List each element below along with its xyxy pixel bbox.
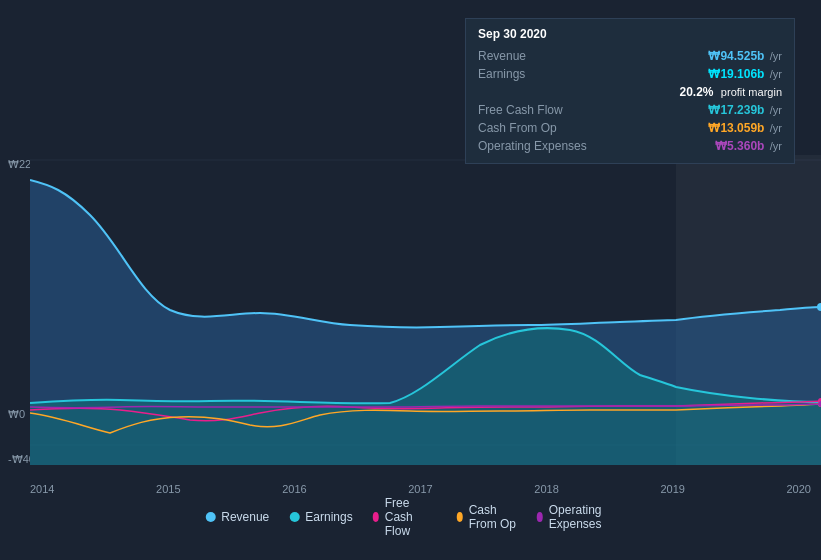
earnings-value: ₩19.106b /yr bbox=[708, 67, 782, 81]
x-label-2020: 2020 bbox=[786, 483, 810, 495]
info-tooltip: Sep 30 2020 Revenue ₩94.525b /yr Earning… bbox=[465, 18, 795, 164]
legend-revenue: Revenue bbox=[205, 510, 269, 524]
earnings-row: Earnings ₩19.106b /yr bbox=[478, 65, 782, 83]
legend-earnings: Earnings bbox=[289, 510, 352, 524]
legend-label-fcf: Free Cash Flow bbox=[385, 496, 437, 538]
revenue-label: Revenue bbox=[478, 49, 598, 63]
chart-legend: Revenue Earnings Free Cash Flow Cash Fro… bbox=[205, 496, 616, 538]
legend-dot-revenue bbox=[205, 512, 215, 522]
x-label-2014: 2014 bbox=[30, 483, 54, 495]
profit-margin-row: 20.2% profit margin bbox=[478, 83, 782, 101]
fcf-value: ₩17.239b /yr bbox=[708, 103, 782, 117]
legend-fcf: Free Cash Flow bbox=[373, 496, 437, 538]
y-axis-mid: ₩0 bbox=[8, 408, 25, 421]
fcf-row: Free Cash Flow ₩17.239b /yr bbox=[478, 101, 782, 119]
x-label-2019: 2019 bbox=[660, 483, 684, 495]
x-label-2015: 2015 bbox=[156, 483, 180, 495]
profit-margin-value: 20.2% profit margin bbox=[679, 85, 782, 99]
main-chart bbox=[30, 155, 821, 495]
cfo-row: Cash From Op ₩13.059b /yr bbox=[478, 119, 782, 137]
opex-label: Operating Expenses bbox=[478, 139, 598, 153]
earnings-label: Earnings bbox=[478, 67, 598, 81]
tooltip-date: Sep 30 2020 bbox=[478, 27, 782, 41]
legend-label-earnings: Earnings bbox=[305, 510, 352, 524]
legend-dot-cfo bbox=[457, 512, 463, 522]
legend-label-cfo: Cash From Op bbox=[469, 503, 517, 531]
cfo-value: ₩13.059b /yr bbox=[708, 121, 782, 135]
legend-label-opex: Operating Expenses bbox=[549, 503, 616, 531]
x-axis-labels: 2014 2015 2016 2017 2018 2019 2020 bbox=[30, 483, 811, 495]
opex-row: Operating Expenses ₩5.360b /yr bbox=[478, 137, 782, 155]
x-label-2016: 2016 bbox=[282, 483, 306, 495]
x-label-2018: 2018 bbox=[534, 483, 558, 495]
x-label-2017: 2017 bbox=[408, 483, 432, 495]
legend-dot-earnings bbox=[289, 512, 299, 522]
fcf-label: Free Cash Flow bbox=[478, 103, 598, 117]
legend-dot-opex bbox=[537, 512, 543, 522]
legend-cfo: Cash From Op bbox=[457, 503, 517, 531]
revenue-value: ₩94.525b /yr bbox=[708, 49, 782, 63]
legend-opex: Operating Expenses bbox=[537, 503, 616, 531]
opex-value: ₩5.360b /yr bbox=[715, 139, 782, 153]
legend-dot-fcf bbox=[373, 512, 379, 522]
cfo-label: Cash From Op bbox=[478, 121, 598, 135]
revenue-row: Revenue ₩94.525b /yr bbox=[478, 47, 782, 65]
legend-label-revenue: Revenue bbox=[221, 510, 269, 524]
